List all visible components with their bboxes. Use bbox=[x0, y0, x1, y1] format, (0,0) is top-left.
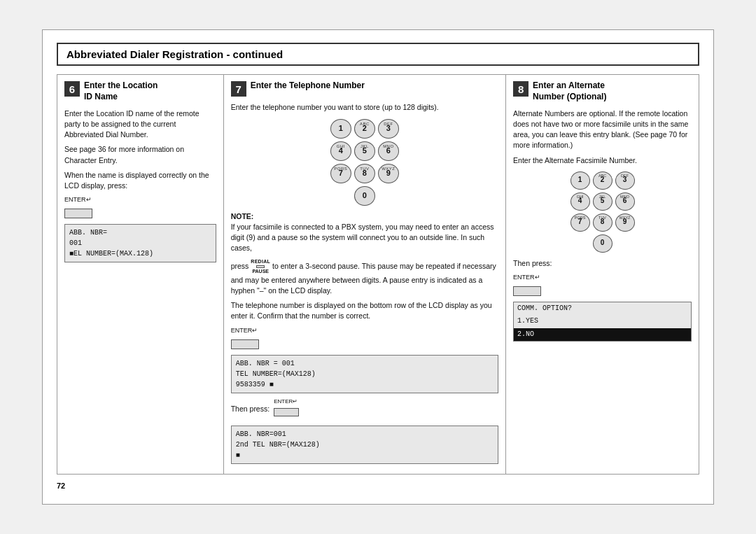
step-7-body: Enter the telephone number you want to s… bbox=[231, 102, 498, 463]
key-6[interactable]: MNO6 bbox=[378, 141, 399, 161]
step-8-keypad: 1 ABC2 DEF3 GHI4 JKL5 MNO6 PQRS7 TUV8 WX… bbox=[570, 171, 635, 253]
step-6-number: 6 bbox=[64, 81, 80, 97]
alt-key-4[interactable]: GHI4 bbox=[570, 192, 590, 211]
step-6-lcd-line3: ■EL NUMBER=(MAX.128) bbox=[69, 248, 211, 259]
alt-key-6[interactable]: MNO6 bbox=[615, 192, 635, 211]
step-7-column: 7 Enter the Telephone Number Enter the t… bbox=[224, 75, 506, 473]
comm-line3: 2.NO bbox=[514, 328, 691, 342]
step-6-lcd-line1: ABB. NBR= bbox=[69, 227, 211, 238]
step-7-pause-continue: to enter a 3-second pause. This pause ma… bbox=[231, 261, 496, 295]
step-7-enter-label: ENTER↵ bbox=[231, 326, 258, 335]
step-7-enter-area: ENTER↵ bbox=[231, 326, 498, 351]
step-7-header-text: Enter the Telephone Number bbox=[251, 80, 365, 92]
alt-key-2[interactable]: ABC2 bbox=[593, 171, 612, 190]
step-6-para2: See page 36 for more information on Char… bbox=[64, 144, 216, 165]
key-5[interactable]: JKL5 bbox=[354, 141, 375, 161]
page-title: Abbreviated Dialer Registration - contin… bbox=[57, 43, 699, 66]
step-7-footer: The telephone number is displayed on the… bbox=[231, 300, 498, 321]
step-6-body: Enter the Location ID name of the remote… bbox=[64, 108, 216, 263]
key-1[interactable]: 1 bbox=[330, 119, 351, 139]
step-7-note-text: If your facsimile is connected to a PBX … bbox=[231, 222, 498, 254]
step-7-lcd2-line3: 9583359 ■ bbox=[236, 379, 493, 390]
step-8-body: Alternate Numbers are optional. If the r… bbox=[513, 108, 692, 342]
step-7-enter-area2: ENTER↵ bbox=[274, 398, 299, 421]
step-6-para3: When the name is displayed correctly on … bbox=[64, 170, 216, 191]
step-7-then-press: Then press: ENTER↵ bbox=[231, 398, 498, 421]
step-8-enter-label: ENTER↵ bbox=[513, 273, 540, 282]
columns-container: 6 Enter the Location ID Name Enter the L… bbox=[57, 74, 699, 474]
page-number: 72 bbox=[57, 482, 699, 490]
step-7-note-label: NOTE: bbox=[231, 211, 498, 222]
step-7-enter-button[interactable] bbox=[231, 339, 259, 349]
step-7-intro: Enter the telephone number you want to s… bbox=[231, 102, 498, 113]
pause-button-wrapper: REDIAL PAUSE bbox=[251, 258, 270, 275]
step-6-lcd: ABB. NBR= 001 ■EL NUMBER=(MAX.128) bbox=[64, 224, 216, 262]
step-7-header: 7 Enter the Telephone Number bbox=[231, 80, 498, 97]
step-6-enter-label: ENTER↵ bbox=[64, 195, 92, 204]
key-0[interactable]: 0 bbox=[354, 186, 375, 206]
step-6-column: 6 Enter the Location ID Name Enter the L… bbox=[57, 75, 224, 473]
step-7-pause-text: press REDIAL PAUSE to enter a 3-second p… bbox=[231, 258, 498, 297]
step-7-lcd3-line2: 2nd TEL NBR=(MAX128) bbox=[236, 440, 493, 450]
step-6-header-text: Enter the Location ID Name bbox=[84, 80, 158, 102]
step-8-comm-box: COMM. OPTION? 1.YES 2.NO bbox=[513, 302, 692, 342]
step-7-lcd2-line2: TEL NUMBER=(MAX128) bbox=[236, 369, 493, 379]
comm-line2: 1.YES bbox=[514, 315, 691, 328]
step-7-enter-button2[interactable] bbox=[274, 408, 299, 416]
alt-key-0[interactable]: 0 bbox=[593, 234, 612, 253]
key-3[interactable]: DEF3 bbox=[378, 119, 399, 139]
alt-key-5[interactable]: JKL5 bbox=[593, 192, 612, 211]
step-6-para1: Enter the Location ID name of the remote… bbox=[64, 108, 216, 141]
step-8-header: 8 Enter an Alternate Number (Optional) bbox=[513, 80, 692, 102]
step-8-then-press: Then press: bbox=[513, 258, 692, 269]
step-7-lcd2: ABB. NBR = 001 TEL NUMBER=(MAX128) 95833… bbox=[231, 355, 498, 393]
step-6-lcd-line2: 001 bbox=[69, 238, 211, 248]
alt-key-9[interactable]: WXYZ9 bbox=[615, 213, 635, 232]
step-7-number: 7 bbox=[231, 81, 246, 97]
alt-key-8[interactable]: TUV8 bbox=[593, 213, 612, 232]
step-7-lcd3-line3: ■ bbox=[236, 450, 493, 461]
key-9[interactable]: WXYZ9 bbox=[378, 164, 399, 183]
step-8-enter-area: ENTER↵ bbox=[513, 273, 692, 297]
alt-key-1[interactable]: 1 bbox=[570, 171, 590, 190]
step-7-lcd3-line1: ABB. NBR=001 bbox=[236, 429, 493, 440]
page: Abbreviated Dialer Registration - contin… bbox=[42, 29, 714, 504]
step-8-para2: Enter the Alternate Facsimile Number. bbox=[513, 155, 692, 166]
key-2[interactable]: ABC2 bbox=[354, 119, 375, 139]
enter-arrow2: ENTER↵ bbox=[274, 398, 299, 406]
step-7-lcd3: ABB. NBR=001 2nd TEL NBR=(MAX128) ■ bbox=[231, 426, 498, 464]
redial-label: REDIAL bbox=[251, 258, 270, 265]
alt-key-7[interactable]: PQRS7 bbox=[570, 213, 590, 232]
step-6-header: 6 Enter the Location ID Name bbox=[64, 80, 216, 102]
step-8-number: 8 bbox=[513, 81, 528, 97]
step-7-keypad: 1 ABC2 DEF3 GHI4 JKL5 MNO6 PQRS7 TUV8 WX… bbox=[330, 119, 399, 206]
step-6-enter-button[interactable] bbox=[64, 209, 92, 218]
alt-key-3[interactable]: DEF3 bbox=[615, 171, 635, 190]
key-4[interactable]: GHI4 bbox=[330, 141, 351, 161]
step-6-enter-area: ENTER↵ bbox=[64, 195, 216, 220]
step-7-lcd2-line1: ABB. NBR = 001 bbox=[236, 358, 493, 369]
step-8-column: 8 Enter an Alternate Number (Optional) A… bbox=[506, 75, 699, 473]
step-8-header-text: Enter an Alternate Number (Optional) bbox=[533, 80, 606, 102]
then-press-label: Then press: bbox=[231, 404, 270, 414]
pause-label: PAUSE bbox=[252, 268, 269, 275]
comm-line1: COMM. OPTION? bbox=[514, 302, 691, 316]
step-8-para1: Alternate Numbers are optional. If the r… bbox=[513, 108, 692, 151]
key-7[interactable]: PQRS7 bbox=[330, 164, 351, 183]
step-8-enter-button[interactable] bbox=[513, 286, 541, 296]
key-8[interactable]: TUV8 bbox=[354, 164, 375, 183]
